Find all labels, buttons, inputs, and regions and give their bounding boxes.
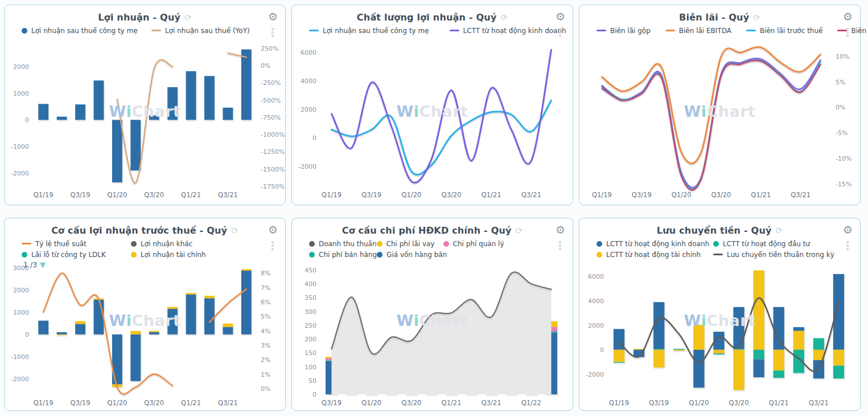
svg-text:Q3/20: Q3/20: [711, 191, 731, 199]
svg-text:Q3/20: Q3/20: [401, 399, 421, 407]
chart-title: Cơ cấu lợi nhuận trước thuế - Quý: [51, 225, 227, 236]
gear-icon[interactable]: ⚙: [843, 11, 853, 22]
legend-item[interactable]: Chi phí lãi vay: [377, 240, 443, 248]
gear-icon[interactable]: ⚙: [843, 225, 853, 235]
chart-legend: Tỷ lệ thuế suấtLợi nhuận khácLãi lỗ từ c…: [5, 238, 285, 260]
svg-text:7%: 7%: [261, 284, 270, 292]
legend-line-marker: [746, 30, 756, 31]
legend-item[interactable]: Chi phí bán hàng: [309, 251, 377, 259]
legend-item[interactable]: Biên lãi trước thuế: [746, 27, 823, 35]
legend-pager-label: 1 /3: [23, 260, 37, 269]
refresh-icon[interactable]: ⟳: [753, 14, 760, 22]
svg-text:Q3/21: Q3/21: [809, 399, 829, 407]
legend-dot-marker: [713, 241, 719, 247]
refresh-icon[interactable]: ⟳: [501, 14, 508, 22]
legend-item-label: Chi phí lãi vay: [386, 240, 435, 248]
svg-text:Q1/21: Q1/21: [751, 191, 771, 199]
svg-text:Q3/21: Q3/21: [791, 191, 811, 199]
legend-item[interactable]: Lãi lỗ từ công ty LDLK: [22, 251, 131, 259]
legend-dot-marker: [309, 241, 315, 247]
margins-chart-canvas[interactable]: 10%5%0%-5%-10%-15%Q1/19Q3/19Q1/20Q3/20Q1…: [579, 37, 860, 202]
chart-controls: ⚙: [268, 11, 278, 38]
legend-item[interactable]: Lợi nhuận sau thuế (YoY): [151, 27, 281, 35]
svg-text:450: 450: [305, 267, 316, 274]
legend-item-label: Lợi nhuận sau thuế công ty mẹ: [323, 27, 429, 35]
svg-text:-2000: -2000: [586, 371, 604, 378]
profit-chart-canvas[interactable]: 200010000-1000-2000250%0%-250%-500%-750%…: [5, 37, 285, 202]
legend-item-label: Lợi nhuận sau thuế (YoY): [165, 27, 250, 35]
legend-item-label: Chi phí quản lý: [453, 240, 504, 248]
refresh-icon[interactable]: ⟳: [184, 14, 192, 22]
chart-header: Chất lượng lợi nhuận - Quý ⟳: [292, 10, 573, 24]
svg-text:0: 0: [25, 331, 29, 338]
legend-dot-marker: [597, 252, 602, 258]
legend-item[interactable]: Chi phí quản lý: [443, 240, 510, 248]
profit-quality-chart-canvas[interactable]: 6000400020000-2000Q1/19Q3/19Q1/20Q3/20Q1…: [292, 37, 573, 202]
chart-legend: Biên lãi gộpBiên lãi EBITDABiên lãi trướ…: [579, 25, 860, 36]
svg-text:Q3/20: Q3/20: [144, 399, 164, 407]
legend-item-label: Giá vốn hàng bán: [386, 251, 447, 259]
legend-item-label: Lãi lỗ từ công ty LDLK: [31, 251, 106, 259]
kebab-menu-icon[interactable]: [558, 240, 562, 251]
svg-text:2000: 2000: [13, 287, 29, 294]
chart-header: Lưu chuyển tiền - Quý ⟳: [579, 223, 860, 237]
svg-text:4000: 4000: [588, 297, 604, 305]
svg-text:Q3/20: Q3/20: [144, 191, 164, 199]
legend-item[interactable]: Lợi nhuận khác: [131, 240, 240, 248]
refresh-icon[interactable]: ⟳: [776, 227, 783, 235]
legend-item[interactable]: Biên lãi gộp: [597, 27, 651, 35]
svg-text:50: 50: [308, 377, 316, 385]
gear-icon[interactable]: ⚙: [268, 11, 278, 22]
legend-item[interactable]: Biên lãi thuần: [837, 27, 868, 35]
svg-text:Q1/20: Q1/20: [672, 191, 692, 199]
legend-item[interactable]: Doanh thu thuần: [309, 240, 377, 248]
legend-line-marker: [309, 30, 319, 31]
pretax-profit-chart-canvas[interactable]: 3000200010000-1000-20008%7%6%5%4%3%2%1%0…: [5, 261, 285, 410]
svg-text:5%: 5%: [261, 313, 270, 320]
svg-text:350: 350: [305, 294, 316, 301]
legend-item[interactable]: Tỷ lệ thuế suất: [22, 240, 131, 248]
refresh-icon[interactable]: ⟳: [231, 227, 238, 235]
legend-item-label: LCTT từ hoạt động kinh doanh: [606, 240, 709, 248]
legend-item[interactable]: Lợi nhuận tài chính: [131, 251, 240, 259]
gear-icon[interactable]: ⚙: [268, 225, 278, 235]
chart-title: Chất lượng lợi nhuận - Quý: [357, 12, 497, 23]
svg-text:0: 0: [312, 391, 316, 398]
svg-text:Q3/20: Q3/20: [729, 399, 749, 407]
legend-item[interactable]: Lưu chuyển tiền thuần trong kỳ: [713, 251, 834, 259]
legend-pager-arrow-icon[interactable]: ▼: [40, 260, 46, 269]
legend-dot-marker: [131, 252, 137, 258]
legend-item[interactable]: LCTT từ hoạt động kinh doanh: [450, 27, 566, 35]
svg-text:6000: 6000: [301, 49, 316, 56]
chart-legend: LCTT từ hoạt động kinh doanhLCTT từ hoạt…: [579, 238, 860, 260]
chart-controls: ⚙: [268, 225, 278, 251]
gear-icon[interactable]: ⚙: [556, 225, 565, 235]
svg-text:Q1/22: Q1/22: [521, 399, 541, 407]
operating-costs-chart-canvas[interactable]: 450400350300250200150100500Q3/19Q1/20Q3/…: [292, 261, 573, 410]
gear-icon[interactable]: ⚙: [556, 11, 565, 22]
kebab-menu-icon[interactable]: [845, 240, 850, 251]
legend-item-label: Lợi nhuận tài chính: [141, 251, 206, 259]
svg-text:-10%: -10%: [836, 155, 851, 162]
legend-item[interactable]: LCTT từ hoạt động tài chính: [597, 251, 713, 259]
svg-text:Q3/19: Q3/19: [71, 191, 90, 199]
kebab-menu-icon[interactable]: [558, 27, 562, 38]
svg-text:2000: 2000: [301, 106, 316, 113]
kebab-menu-icon[interactable]: [270, 240, 275, 251]
legend-item[interactable]: Biên lãi EBITDA: [665, 27, 731, 35]
refresh-icon[interactable]: ⟳: [516, 227, 523, 235]
svg-text:Q1/21: Q1/21: [181, 399, 201, 407]
kebab-menu-icon[interactable]: [845, 27, 850, 38]
legend-item[interactable]: Lợi nhuận sau thuế công ty mẹ: [309, 27, 429, 35]
svg-text:1000: 1000: [13, 90, 29, 97]
legend-item[interactable]: LCTT từ hoạt động đầu tư: [713, 240, 830, 248]
legend-item[interactable]: Lợi nhuận sau thuế công ty mẹ: [22, 27, 151, 35]
legend-pager[interactable]: 1 /3 ▼: [23, 260, 46, 269]
kebab-menu-icon[interactable]: [270, 27, 275, 38]
svg-text:Q3/20: Q3/20: [442, 191, 462, 199]
legend-item[interactable]: Giá vốn hàng bán: [377, 251, 447, 259]
legend-item[interactable]: LCTT từ hoạt động kinh doanh: [597, 240, 713, 248]
cash-flow-chart-canvas[interactable]: 6000400020000-2000Q1/19Q3/19Q1/20Q3/20Q1…: [579, 261, 860, 410]
legend-item-label: Biên lãi EBITDA: [679, 27, 731, 35]
chart-card-pretax-profit-structure: Cơ cấu lợi nhuận trước thuế - Quý ⟳ ⚙ Tỷ…: [4, 218, 286, 411]
